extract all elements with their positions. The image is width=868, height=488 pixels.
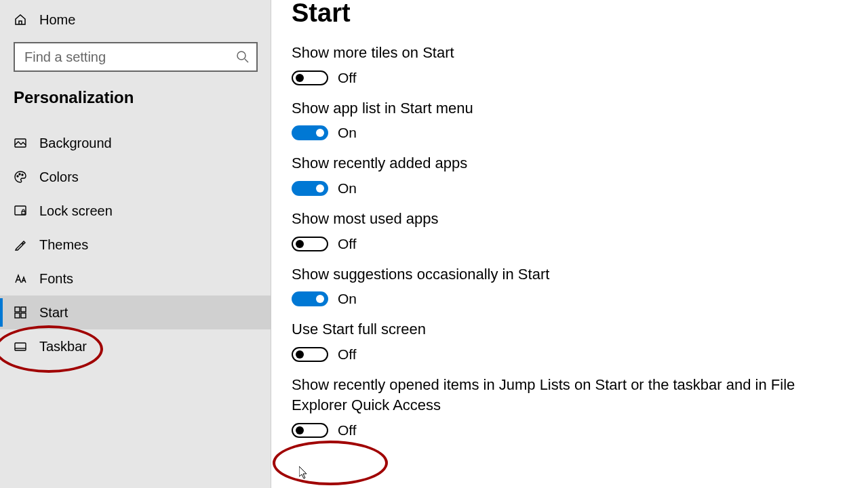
sidebar-item-background[interactable]: Background bbox=[0, 126, 271, 160]
sidebar-item-themes[interactable]: Themes bbox=[0, 228, 271, 262]
svg-line-1 bbox=[245, 59, 248, 62]
toggle-switch[interactable] bbox=[292, 181, 328, 196]
svg-rect-7 bbox=[22, 211, 25, 214]
setting-label: Show suggestions occasionally in Start bbox=[292, 264, 848, 285]
toggle-switch[interactable] bbox=[292, 347, 328, 362]
svg-rect-8 bbox=[15, 307, 20, 312]
toggle-state-text: Off bbox=[338, 236, 357, 252]
toggle-row: Off bbox=[292, 236, 848, 252]
sidebar-item-label: Fonts bbox=[39, 271, 73, 287]
toggle-switch[interactable] bbox=[292, 70, 328, 85]
svg-point-0 bbox=[237, 52, 245, 60]
setting-item: Show recently opened items in Jump Lists… bbox=[292, 375, 848, 438]
setting-item: Use Start full screenOff bbox=[292, 319, 848, 363]
toggle-state-text: On bbox=[338, 180, 357, 197]
toggle-state-text: Off bbox=[338, 70, 357, 86]
setting-item: Show suggestions occasionally in StartOn bbox=[292, 264, 848, 308]
toggle-row: Off bbox=[292, 422, 848, 439]
nav-home[interactable]: Home bbox=[0, 3, 271, 37]
sidebar-item-label: Themes bbox=[39, 237, 88, 253]
cursor-icon bbox=[299, 466, 310, 480]
setting-item: Show most used appsOff bbox=[292, 209, 848, 252]
sidebar-item-label: Start bbox=[39, 305, 68, 321]
setting-label: Show more tiles on Start bbox=[292, 43, 848, 63]
sidebar-item-label: Colors bbox=[39, 169, 79, 185]
category-list: Background Colors Lock screen bbox=[0, 119, 271, 363]
toggle-switch[interactable] bbox=[292, 237, 328, 251]
sidebar-item-label: Background bbox=[39, 136, 112, 151]
setting-item: Show app list in Start menuOn bbox=[292, 98, 848, 142]
toggle-knob bbox=[296, 74, 304, 82]
setting-item: Show recently added appsOn bbox=[292, 153, 848, 197]
toggle-row: Off bbox=[292, 70, 848, 86]
toggle-row: On bbox=[292, 180, 848, 197]
taskbar-icon bbox=[14, 340, 27, 353]
sidebar-item-start[interactable]: Start bbox=[0, 296, 271, 329]
setting-label: Show app list in Start menu bbox=[292, 98, 848, 119]
svg-point-4 bbox=[19, 174, 20, 175]
search-wrap bbox=[0, 37, 271, 75]
toggle-knob bbox=[316, 129, 324, 137]
sidebar-item-label: Taskbar bbox=[39, 339, 87, 354]
setting-label: Show recently opened items in Jump Lists… bbox=[292, 375, 848, 415]
toggle-state-text: Off bbox=[338, 422, 357, 439]
toggle-knob bbox=[316, 184, 324, 192]
toggle-state-text: Off bbox=[338, 346, 357, 363]
toggle-knob bbox=[296, 240, 304, 248]
toggle-knob bbox=[316, 295, 324, 303]
page-title: Start bbox=[292, 0, 848, 28]
search-input[interactable] bbox=[15, 49, 256, 65]
sidebar-item-colors[interactable]: Colors bbox=[0, 160, 271, 194]
setting-label: Use Start full screen bbox=[292, 319, 848, 340]
toggle-row: On bbox=[292, 125, 848, 141]
search-icon bbox=[236, 50, 250, 64]
image-icon bbox=[14, 136, 27, 150]
svg-point-5 bbox=[22, 174, 23, 176]
toggle-switch[interactable] bbox=[292, 125, 328, 140]
section-title: Personalization bbox=[0, 75, 271, 119]
fonts-icon bbox=[14, 272, 27, 285]
content: Start Show more tiles on StartOffShow ap… bbox=[271, 0, 868, 488]
sidebar: Home Personalization Background bbox=[0, 0, 271, 488]
sidebar-item-label: Lock screen bbox=[39, 203, 113, 219]
setting-label: Show most used apps bbox=[292, 209, 848, 229]
nav-home-label: Home bbox=[39, 12, 75, 28]
themes-icon bbox=[14, 238, 27, 251]
settings-list: Show more tiles on StartOffShow app list… bbox=[292, 43, 848, 439]
sidebar-item-fonts[interactable]: Fonts bbox=[0, 262, 271, 296]
toggle-row: On bbox=[292, 291, 848, 307]
setting-label: Show recently added apps bbox=[292, 153, 848, 174]
home-icon bbox=[14, 13, 27, 26]
sidebar-item-taskbar[interactable]: Taskbar bbox=[0, 329, 271, 363]
svg-point-3 bbox=[17, 176, 18, 177]
toggle-switch[interactable] bbox=[292, 291, 328, 306]
svg-rect-12 bbox=[15, 343, 26, 350]
svg-rect-9 bbox=[21, 307, 26, 312]
setting-item: Show more tiles on StartOff bbox=[292, 43, 848, 86]
toggle-state-text: On bbox=[338, 125, 357, 141]
toggle-knob bbox=[296, 426, 304, 434]
svg-rect-10 bbox=[15, 313, 20, 318]
lockscreen-icon bbox=[14, 204, 27, 218]
svg-rect-11 bbox=[21, 313, 26, 318]
sidebar-item-lockscreen[interactable]: Lock screen bbox=[0, 194, 271, 228]
toggle-state-text: On bbox=[338, 291, 357, 307]
palette-icon bbox=[14, 170, 27, 184]
search-box[interactable] bbox=[14, 42, 258, 72]
toggle-knob bbox=[296, 350, 304, 359]
toggle-switch[interactable] bbox=[292, 423, 328, 438]
start-icon bbox=[14, 306, 27, 319]
toggle-row: Off bbox=[292, 346, 848, 363]
